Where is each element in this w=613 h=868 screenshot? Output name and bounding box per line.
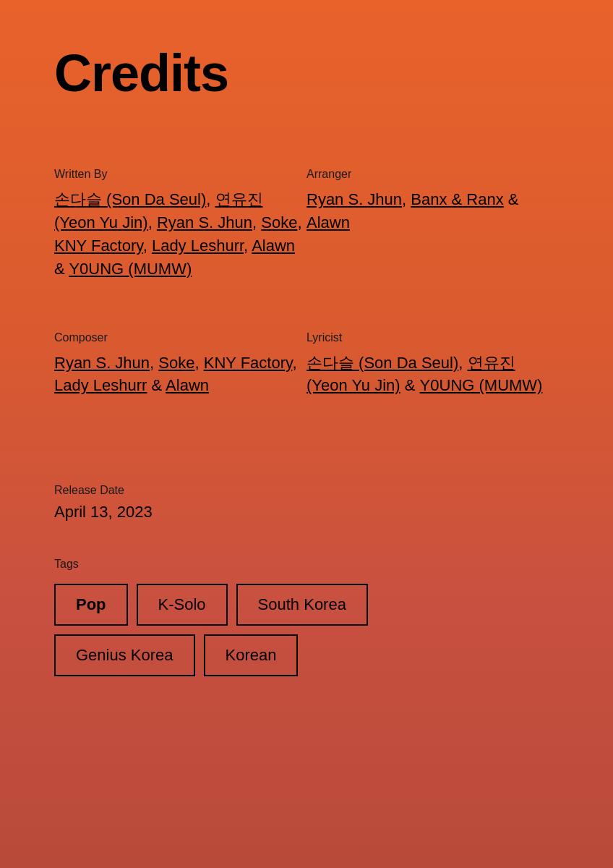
tags-section: Tags Pop K-Solo South Korea Genius Korea… — [54, 536, 559, 676]
release-section: Release Date April 13, 2023 — [54, 462, 559, 536]
tag-south-korea[interactable]: South Korea — [236, 584, 368, 626]
tags-row-2: Genius Korea Korean — [54, 634, 559, 676]
tags-label: Tags — [54, 558, 559, 571]
composer-link[interactable]: Alawn — [166, 376, 209, 394]
lyricist-link[interactable]: 손다슬 (Son Da Seul) — [306, 354, 458, 372]
written-by-link[interactable]: Soke — [261, 213, 297, 231]
written-by-section: Written By 손다슬 (Son Da Seul), 연유진 (Yeon … — [54, 146, 306, 310]
written-by-link[interactable]: Ryan S. Jhun — [157, 213, 252, 231]
written-by-link[interactable]: KNY Factory — [54, 237, 143, 255]
release-label: Release Date — [54, 484, 559, 497]
page-title: Credits — [54, 43, 559, 103]
written-by-link[interactable]: 손다슬 (Son Da Seul) — [54, 190, 206, 208]
written-by-link[interactable]: Y0UNG (MUMW) — [69, 260, 192, 278]
tag-korean[interactable]: Korean — [204, 634, 299, 676]
arranger-link[interactable]: Banx & Ranx — [411, 190, 503, 208]
written-by-value: 손다슬 (Son Da Seul), 연유진 (Yeon Yu Jin), Ry… — [54, 188, 306, 281]
written-by-label: Written By — [54, 168, 306, 181]
tag-genius-korea[interactable]: Genius Korea — [54, 634, 195, 676]
arranger-label: Arranger — [306, 168, 559, 181]
composer-section: Composer Ryan S. Jhun, Soke, KNY Factory… — [54, 310, 306, 427]
written-by-link[interactable]: Lady Leshurr — [152, 237, 244, 255]
composer-link[interactable]: KNY Factory — [204, 354, 293, 372]
composer-label: Composer — [54, 331, 306, 344]
written-by-link[interactable]: Alawn — [252, 237, 295, 255]
release-date: April 13, 2023 — [54, 503, 559, 522]
tag-pop[interactable]: Pop — [54, 584, 128, 626]
tags-row-1: Pop K-Solo South Korea — [54, 584, 559, 626]
lyricist-label: Lyricist — [306, 331, 559, 344]
page-container: Credits Written By 손다슬 (Son Da Seul), 연유… — [0, 0, 613, 868]
composer-link[interactable]: Ryan S. Jhun — [54, 354, 150, 372]
arranger-link[interactable]: Ryan S. Jhun — [306, 190, 402, 208]
tag-k-solo[interactable]: K-Solo — [137, 584, 228, 626]
arranger-link[interactable]: Alawn — [306, 213, 350, 231]
lyricist-value: 손다슬 (Son Da Seul), 연유진 (Yeon Yu Jin) & Y… — [306, 352, 559, 398]
arranger-value: Ryan S. Jhun, Banx & Ranx & Alawn — [306, 188, 559, 234]
arranger-section: Arranger Ryan S. Jhun, Banx & Ranx & Ala… — [306, 146, 559, 310]
composer-link[interactable]: Soke — [158, 354, 194, 372]
credits-grid: Written By 손다슬 (Son Da Seul), 연유진 (Yeon … — [54, 146, 559, 426]
lyricist-section: Lyricist 손다슬 (Son Da Seul), 연유진 (Yeon Yu… — [306, 310, 559, 427]
lyricist-link[interactable]: Y0UNG (MUMW) — [420, 376, 543, 394]
composer-link[interactable]: Lady Leshurr — [54, 376, 147, 394]
composer-value: Ryan S. Jhun, Soke, KNY Factory, Lady Le… — [54, 352, 306, 398]
